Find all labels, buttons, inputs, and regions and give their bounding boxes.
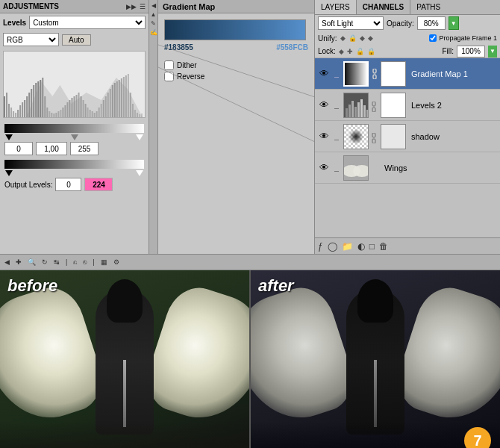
toolbar-undo-btn[interactable]: ⎌	[73, 258, 77, 266]
layer-thumb-gradient-map-main	[343, 61, 369, 87]
layers-toolbar: ƒ ◯ 📁 ◐ □ 🗑	[315, 237, 500, 254]
blend-mode-row: Soft Light Opacity: ▼	[315, 15, 500, 31]
auto-button[interactable]: Auto	[62, 34, 91, 46]
add-layer-style-btn[interactable]: ƒ	[318, 241, 323, 252]
color-labels-row: #183855 #558FCB	[158, 43, 314, 52]
tool-pointer[interactable]: ◀	[151, 2, 156, 9]
eye-icon-gradient-map[interactable]: 👁	[318, 68, 330, 80]
layer-row-gradient-map[interactable]: 👁 ⎯ Gradient Map 1	[315, 58, 500, 90]
link-icon-shadow: ⎯	[332, 131, 341, 143]
reverse-checkbox[interactable]	[164, 72, 174, 81]
fill-arrow-btn[interactable]: ▼	[488, 46, 497, 57]
unify-row: Unify: ◆ 🔒 ◆ ◆ Propagate Frame 1	[315, 31, 500, 45]
lock-icon3[interactable]: 🔓	[356, 48, 364, 55]
figure-hair-after	[357, 279, 393, 323]
propagate-checkbox[interactable]	[429, 34, 437, 42]
eye-icon-wings[interactable]: 👁	[318, 162, 330, 174]
svg-rect-77	[372, 139, 375, 143]
input-black-field[interactable]	[4, 142, 33, 155]
gradient-map-panel: Gradient Map #183855 #558FCB Dither Reve…	[158, 0, 315, 254]
lock-label: Lock:	[318, 47, 336, 55]
tab-paths[interactable]: PATHS	[410, 0, 446, 14]
eye-icon-shadow[interactable]: 👁	[318, 131, 330, 143]
svg-rect-65	[373, 75, 376, 79]
svg-rect-0	[4, 96, 5, 117]
tool-edit[interactable]: ✎	[151, 20, 156, 27]
gradient-map-title: Gradient Map	[163, 2, 215, 11]
figure-hair-before	[107, 279, 143, 323]
svg-rect-2	[8, 104, 10, 117]
chain-icon-gradient-map	[371, 70, 378, 78]
input-mid-field[interactable]	[36, 142, 67, 155]
gradient-map-header: Gradient Map	[158, 0, 314, 13]
output-black-field[interactable]	[55, 178, 81, 191]
adjustments-title: ADJUSTMENTS	[3, 2, 59, 10]
chain-icon-shadow	[371, 133, 378, 140]
delete-layer-btn[interactable]: 🗑	[379, 241, 388, 252]
opacity-arrow-btn[interactable]: ▼	[449, 16, 459, 30]
new-adj-layer-btn[interactable]: ◐	[357, 241, 365, 252]
input-white-field[interactable]	[70, 142, 99, 155]
lock-icon2[interactable]: ✚	[347, 48, 353, 55]
mid-input-handle[interactable]	[71, 134, 78, 140]
tab-channels[interactable]: CHANNELS	[357, 0, 411, 14]
expand-icon[interactable]: ▶▶	[126, 3, 137, 10]
eye-icon-levels-2[interactable]: 👁	[318, 99, 330, 111]
lock-icon1[interactable]: ◆	[339, 48, 344, 55]
tab-layers[interactable]: LAYERS	[315, 0, 357, 14]
input-gradient-bar[interactable]	[4, 124, 144, 133]
layer-row-shadow[interactable]: 👁 ⎯ shadow	[315, 121, 500, 152]
gradient-preview-container	[158, 13, 314, 43]
toolbar-move-btn[interactable]: ✚	[16, 258, 22, 266]
toolbar-flip-btn[interactable]: ↹	[54, 258, 60, 266]
menu-icon[interactable]: ☰	[140, 3, 146, 10]
toolbar-grid-btn[interactable]: ▦	[101, 258, 107, 266]
svg-rect-64	[373, 69, 376, 73]
output-white-field[interactable]	[84, 178, 113, 191]
bottom-toolbar-strip: ◀ ✚ 🔍 ↻ ↹ | ⎌ ⎋ | ▦ ⚙	[0, 254, 500, 270]
tool-arrow[interactable]: ▲	[151, 11, 157, 18]
unify-icon1[interactable]: ◆	[340, 34, 346, 42]
toolbar-redo-btn[interactable]: ⎋	[83, 258, 87, 266]
dither-label: Dither	[177, 61, 197, 69]
new-group-btn[interactable]: 📁	[342, 241, 353, 252]
sword-after	[374, 360, 377, 427]
layer-row-levels-2[interactable]: 👁 ⎯	[315, 90, 500, 121]
unify-icon4[interactable]: ◆	[368, 34, 373, 42]
after-label: after	[258, 276, 294, 296]
lock-icon4[interactable]: 🔒	[367, 48, 375, 55]
white-input-handle[interactable]	[136, 134, 143, 140]
svg-rect-69	[354, 107, 357, 118]
gradient-preview-bar[interactable]	[164, 19, 306, 40]
unify-icon2[interactable]: 🔒	[349, 34, 357, 42]
add-mask-btn[interactable]: ◯	[328, 241, 337, 252]
blend-mode-select[interactable]: Soft Light	[318, 16, 384, 30]
output-black-handle[interactable]	[5, 170, 13, 176]
new-layer-btn[interactable]: □	[369, 241, 375, 252]
layers-tabs: LAYERS CHANNELS PATHS	[315, 0, 500, 15]
levels-row: Levels Custom	[0, 13, 149, 31]
toolbar-settings-btn[interactable]: ⚙	[113, 258, 119, 266]
opacity-input[interactable]	[417, 16, 446, 30]
top-area: ADJUSTMENTS ▶▶ ☰ Levels Custom RGB Auto	[0, 0, 500, 254]
layer-name-wings: Wings	[381, 164, 407, 172]
unify-icon3[interactable]: ◆	[360, 34, 365, 42]
input-values-row	[4, 140, 144, 157]
levels-dropdown[interactable]: Custom	[29, 16, 146, 29]
gradient-options: Dither Reverse	[158, 56, 314, 86]
black-input-handle[interactable]	[5, 134, 13, 140]
channel-select[interactable]: RGB	[3, 33, 59, 46]
layer-row-wings[interactable]: 👁 ⎯ Wings	[315, 152, 500, 184]
toolbar-arrow-btn[interactable]: ◀	[4, 258, 10, 266]
fill-input[interactable]	[457, 46, 485, 57]
toolbar-zoom-btn[interactable]: 🔍	[28, 258, 36, 266]
output-white-handle[interactable]	[136, 170, 143, 176]
output-gradient-bar[interactable]	[4, 160, 144, 169]
after-image	[251, 270, 500, 448]
toolbar-rotate-btn[interactable]: ↻	[42, 258, 48, 266]
svg-rect-9	[24, 100, 25, 117]
svg-rect-68	[351, 101, 354, 118]
tool-hand[interactable]: ✍	[150, 29, 157, 36]
layer-thumb-shadow	[343, 124, 369, 149]
dither-checkbox[interactable]	[164, 60, 174, 70]
